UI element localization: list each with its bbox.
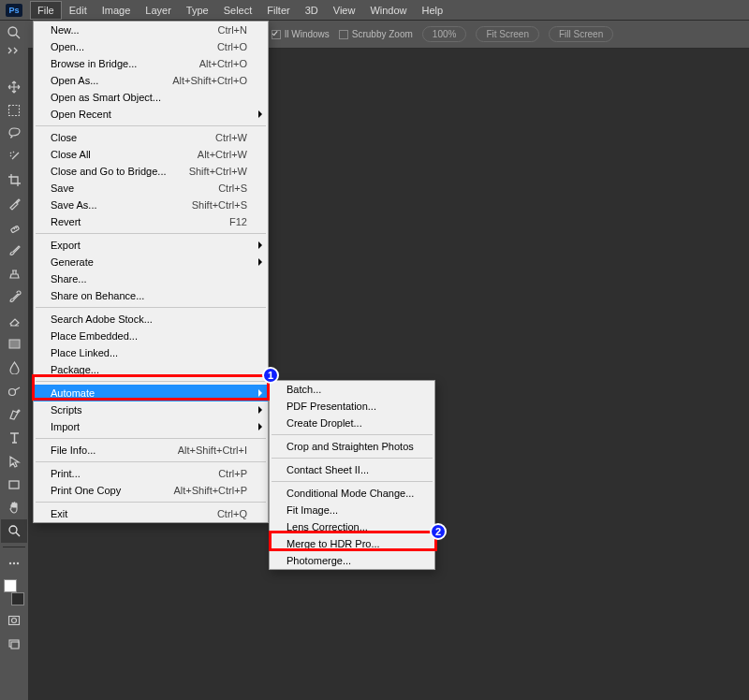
tool-brush[interactable] (1, 239, 27, 262)
automate-menu-item[interactable]: Create Droplet... (270, 415, 434, 431)
file-menu-item[interactable]: Open Recent (34, 106, 268, 123)
tool-edit-toolbar[interactable] (1, 551, 27, 575)
menu-separator (36, 125, 266, 126)
menu-help[interactable]: Help (415, 1, 451, 20)
svg-point-8 (9, 526, 17, 533)
menu-file[interactable]: File (30, 1, 62, 20)
opt-btn-100[interactable]: 100% (422, 26, 467, 42)
automate-menu-item[interactable]: Crop and Straighten Photos (270, 438, 434, 455)
menu-item-label: Contact Sheet II... (286, 464, 414, 475)
opt-all-windows-check[interactable]: ll Windows (272, 29, 330, 39)
menu-item-label: Fit Image... (286, 504, 414, 516)
opt-btn-fit-screen[interactable]: Fit Screen (476, 26, 539, 42)
file-menu-item[interactable]: Share on Behance... (34, 287, 268, 304)
tool-path-selection[interactable] (1, 449, 27, 473)
tool-hand[interactable] (1, 496, 27, 519)
tool-blur[interactable] (1, 356, 27, 379)
file-menu-item[interactable]: Open as Smart Object... (34, 89, 268, 106)
file-menu-item[interactable]: ExitCtrl+Q (34, 505, 268, 522)
menu-item-label: Import (51, 421, 247, 432)
file-menu-item[interactable]: Import (34, 418, 268, 435)
automate-menu-item[interactable]: Photomerge... (270, 552, 434, 569)
foreground-color-swatch[interactable] (4, 579, 17, 592)
menu-item-label: Scripts (51, 404, 247, 416)
menu-image[interactable]: Image (95, 1, 139, 20)
opt-scrubby-check[interactable]: Scrubby Zoom (339, 29, 413, 39)
screen-mode-toggle[interactable] (1, 632, 27, 655)
tool-zoom[interactable] (1, 519, 27, 543)
tool-clone-stamp[interactable] (1, 262, 27, 285)
menu-3d[interactable]: 3D (298, 1, 326, 20)
tool-pen[interactable] (1, 402, 27, 426)
automate-menu-item[interactable]: Contact Sheet II... (270, 461, 434, 478)
svg-point-10 (9, 561, 11, 563)
tool-eraser[interactable] (1, 309, 27, 332)
file-menu-item[interactable]: CloseCtrl+W (34, 129, 268, 146)
file-menu-item[interactable]: Search Adobe Stock... (34, 311, 268, 328)
file-menu-item[interactable]: Close and Go to Bridge...Shift+Ctrl+W (34, 163, 268, 180)
menu-window[interactable]: Window (362, 1, 414, 20)
file-menu-item[interactable]: Place Embedded... (34, 328, 268, 344)
tool-marquee[interactable] (1, 98, 27, 122)
file-menu-item[interactable]: Package... (34, 361, 268, 378)
tool-dodge[interactable] (1, 379, 27, 402)
tool-lasso[interactable] (1, 122, 27, 145)
tool-magic-wand[interactable] (1, 145, 27, 168)
menu-view[interactable]: View (326, 1, 363, 20)
menu-item-label: Merge to HDR Pro... (286, 538, 414, 549)
file-menu-item[interactable]: RevertF12 (34, 213, 268, 230)
tool-history-brush[interactable] (1, 285, 27, 309)
toolbox-divider (3, 547, 25, 547)
file-menu-dropdown: New...Ctrl+NOpen...Ctrl+OBrowse in Bridg… (33, 21, 269, 523)
file-menu-item[interactable]: Generate (34, 254, 268, 270)
menu-item-label: Exit (51, 508, 217, 519)
menu-select[interactable]: Select (216, 1, 260, 20)
file-menu-item[interactable]: Automate (34, 385, 268, 401)
svg-point-0 (8, 27, 17, 36)
file-menu-item[interactable]: Close AllAlt+Ctrl+W (34, 146, 268, 163)
file-menu-item[interactable]: Save As...Shift+Ctrl+S (34, 197, 268, 213)
file-menu-item[interactable]: Place Linked... (34, 344, 268, 361)
automate-menu-item[interactable]: PDF Presentation... (270, 398, 434, 415)
menu-item-shortcut: Ctrl+S (218, 182, 247, 194)
automate-menu-item[interactable]: Batch... (270, 381, 434, 398)
file-menu-item[interactable]: New...Ctrl+N (34, 22, 268, 38)
file-menu-item[interactable]: Print One CopyAlt+Shift+Ctrl+P (34, 482, 268, 499)
file-menu-item[interactable]: Share... (34, 270, 268, 287)
automate-menu-item[interactable]: Lens Correction... (270, 518, 434, 535)
color-swatches[interactable] (1, 578, 27, 606)
file-menu-item[interactable]: Scripts (34, 401, 268, 418)
background-color-swatch[interactable] (11, 592, 24, 605)
file-menu-item[interactable]: Browse in Bridge...Alt+Ctrl+O (34, 55, 268, 72)
tool-rectangle[interactable] (1, 473, 27, 496)
menu-item-label: Print... (51, 468, 218, 479)
file-menu-item[interactable]: SaveCtrl+S (34, 180, 268, 197)
tool-type[interactable] (1, 426, 27, 449)
menu-layer[interactable]: Layer (138, 1, 179, 20)
menu-item-label: Conditional Mode Change... (286, 488, 414, 499)
toolbox-expand-icon[interactable] (0, 44, 28, 57)
quick-mask-toggle[interactable] (1, 608, 27, 632)
automate-menu-item[interactable]: Fit Image... (270, 502, 434, 518)
file-menu-item[interactable]: Print...Ctrl+P (34, 465, 268, 482)
tool-crop[interactable] (1, 168, 27, 192)
tool-spot-healing[interactable] (1, 215, 27, 239)
automate-menu-item[interactable]: Merge to HDR Pro... (270, 535, 434, 552)
menu-separator (36, 438, 266, 439)
menu-type[interactable]: Type (179, 1, 216, 20)
menu-item-label: Close All (51, 149, 198, 160)
automate-menu-item[interactable]: Conditional Mode Change... (270, 485, 434, 502)
file-menu-item[interactable]: Export (34, 237, 268, 254)
file-menu-item[interactable]: File Info...Alt+Shift+Ctrl+I (34, 442, 268, 459)
file-menu-item[interactable]: Open As...Alt+Shift+Ctrl+O (34, 72, 268, 89)
tool-eyedropper[interactable] (1, 192, 27, 215)
tool-move[interactable] (1, 75, 27, 98)
opt-btn-fill-screen[interactable]: Fill Screen (549, 26, 613, 42)
menu-bar: Ps File Edit Image Layer Type Select Fil… (0, 0, 749, 21)
menu-filter[interactable]: Filter (259, 1, 297, 20)
menu-edit[interactable]: Edit (62, 1, 95, 20)
tool-gradient[interactable] (1, 332, 27, 356)
file-menu-item[interactable]: Open...Ctrl+O (34, 38, 268, 55)
menu-separator (36, 461, 266, 462)
menu-item-shortcut: Alt+Shift+Ctrl+P (173, 485, 247, 496)
